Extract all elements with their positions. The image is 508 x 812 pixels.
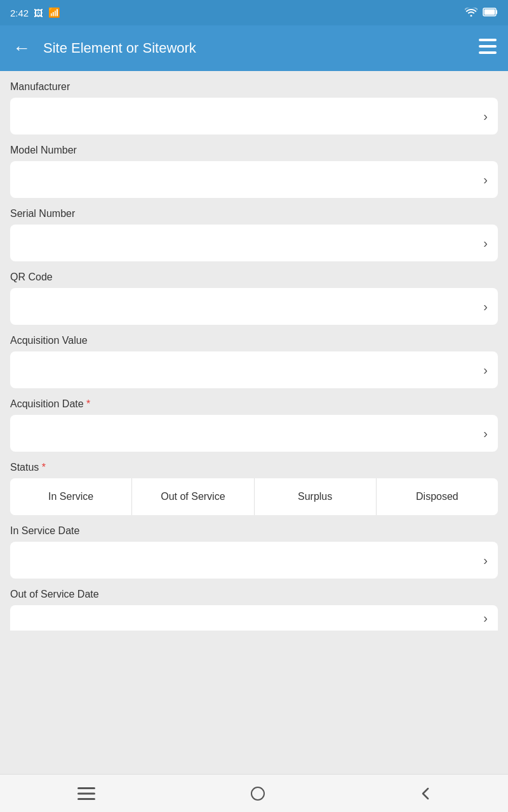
- status-in-service-btn[interactable]: In Service: [10, 478, 132, 515]
- status-bar-left: 2:42 🖼 📶: [10, 7, 60, 18]
- acquisition-value-chevron: ›: [483, 363, 488, 377]
- acquisition-date-group: Acquisition Date * ›: [10, 398, 498, 452]
- acquisition-date-label: Acquisition Date *: [10, 398, 498, 410]
- bottom-nav: [0, 774, 508, 812]
- main-content: Manufacturer › Model Number › Serial Num…: [0, 71, 508, 774]
- status-required: *: [42, 462, 46, 473]
- svg-rect-4: [479, 45, 497, 48]
- acquisition-value-input[interactable]: ›: [10, 351, 498, 388]
- out-of-service-date-chevron: ›: [483, 611, 488, 625]
- nav-back-button[interactable]: [405, 781, 446, 806]
- acquisition-value-label: Acquisition Value: [10, 335, 498, 346]
- nav-menu-button[interactable]: [62, 782, 110, 805]
- model-number-chevron: ›: [483, 173, 488, 187]
- status-surplus-btn[interactable]: Surplus: [255, 478, 377, 515]
- serial-number-chevron: ›: [483, 236, 488, 251]
- status-buttons: In Service Out of Service Surplus Dispos…: [10, 478, 498, 515]
- acquisition-date-chevron: ›: [483, 426, 488, 441]
- menu-icon[interactable]: [478, 36, 498, 61]
- battery-icon: [483, 8, 498, 18]
- serial-number-group: Serial Number ›: [10, 208, 498, 261]
- nav-home-button[interactable]: [235, 781, 281, 806]
- status-out-of-service-btn[interactable]: Out of Service: [132, 478, 254, 515]
- status-time: 2:42: [10, 8, 29, 18]
- model-number-label: Model Number: [10, 145, 498, 156]
- status-bar: 2:42 🖼 📶: [0, 0, 508, 25]
- manufacturer-input[interactable]: ›: [10, 98, 498, 134]
- model-number-input[interactable]: ›: [10, 161, 498, 198]
- svg-rect-8: [77, 798, 95, 800]
- page-title: Site Element or Sitework: [43, 40, 467, 56]
- manufacturer-chevron: ›: [483, 109, 488, 124]
- acquisition-value-group: Acquisition Value ›: [10, 335, 498, 388]
- status-group: Status * In Service Out of Service Surpl…: [10, 462, 498, 515]
- qr-code-chevron: ›: [483, 299, 488, 314]
- back-button[interactable]: ←: [10, 37, 33, 60]
- signal-icon: 📶: [48, 7, 60, 18]
- out-of-service-date-label: Out of Service Date: [10, 589, 498, 600]
- out-of-service-date-input[interactable]: ›: [10, 605, 498, 631]
- status-label: Status *: [10, 462, 498, 473]
- in-service-date-label: In Service Date: [10, 525, 498, 537]
- serial-number-label: Serial Number: [10, 208, 498, 219]
- qr-code-group: QR Code ›: [10, 272, 498, 325]
- wifi-icon: [465, 8, 478, 18]
- svg-rect-2: [485, 9, 495, 15]
- photo-icon: 🖼: [34, 8, 43, 18]
- in-service-date-group: In Service Date ›: [10, 525, 498, 579]
- acquisition-date-required: *: [86, 398, 90, 409]
- serial-number-input[interactable]: ›: [10, 225, 498, 261]
- acquisition-date-input[interactable]: ›: [10, 415, 498, 452]
- model-number-group: Model Number ›: [10, 145, 498, 198]
- svg-rect-1: [496, 10, 497, 14]
- qr-code-label: QR Code: [10, 272, 498, 283]
- svg-point-9: [251, 787, 264, 800]
- in-service-date-input[interactable]: ›: [10, 542, 498, 579]
- manufacturer-label: Manufacturer: [10, 81, 498, 93]
- status-bar-right: [465, 8, 498, 18]
- in-service-date-chevron: ›: [483, 553, 488, 568]
- svg-rect-7: [77, 792, 95, 794]
- svg-rect-6: [77, 787, 95, 789]
- manufacturer-group: Manufacturer ›: [10, 81, 498, 134]
- qr-code-input[interactable]: ›: [10, 288, 498, 325]
- svg-rect-3: [479, 39, 497, 41]
- status-disposed-btn[interactable]: Disposed: [377, 478, 498, 515]
- svg-rect-5: [479, 51, 497, 54]
- app-bar: ← Site Element or Sitework: [0, 25, 508, 71]
- out-of-service-date-group: Out of Service Date ›: [10, 589, 498, 631]
